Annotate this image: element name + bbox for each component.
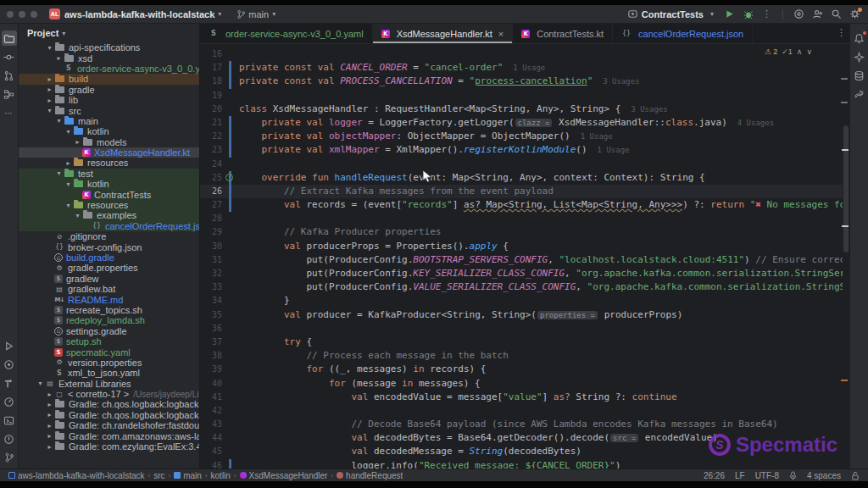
tree-item-main[interactable]: ▾main: [19, 116, 199, 126]
tab-cancelorderrequest-json[interactable]: {}cancelOrderRequest.json: [613, 24, 753, 43]
tree-item-settings-gradle[interactable]: Gsettings.gradle: [19, 326, 199, 336]
code-line-41[interactable]: 41val encodedValue = message["value"] as…: [200, 391, 843, 404]
tree-item-broker-config-json[interactable]: {}broker-config.json: [19, 241, 199, 252]
run-button[interactable]: [723, 8, 736, 20]
project-panel-header[interactable]: Project▾: [19, 24, 199, 42]
tree-item-build-gradle[interactable]: Gbuild.gradle: [19, 252, 199, 263]
tree-item-xsdmessagehandler-kt[interactable]: KXsdMessageHandler.kt: [19, 147, 199, 158]
chevron-right-icon[interactable]: ▸: [45, 422, 54, 430]
line-number[interactable]: 17: [200, 61, 222, 75]
tree-item-models[interactable]: ▸models: [19, 137, 199, 147]
line-number[interactable]: 31: [200, 253, 222, 267]
code-line-36[interactable]: 36: [200, 322, 843, 336]
tree-item-gitignore[interactable]: ⊘.gitignore: [19, 231, 199, 241]
tree-item-build[interactable]: ▸build: [19, 74, 199, 84]
usages-hint[interactable]: 1 Usage: [513, 64, 545, 72]
code-line-28[interactable]: 28: [200, 212, 843, 225]
code-line-34[interactable]: 34}: [200, 294, 843, 308]
services-tool-icon[interactable]: [2, 357, 17, 372]
chevron-down-icon[interactable]: ▾: [45, 44, 54, 52]
unlock-icon[interactable]: [851, 471, 860, 480]
code-line-31[interactable]: 31put(ProducerConfig.BOOTSTRAP_SERVERS_C…: [200, 253, 843, 267]
chevron-right-icon[interactable]: ▸: [73, 138, 82, 146]
chevron-right-icon[interactable]: ▸: [45, 75, 54, 83]
code-line-38[interactable]: 38// Process each message in the batch: [200, 349, 843, 363]
breadcrumb-xsdmessagehandler[interactable]: XsdMessageHandler: [240, 471, 328, 480]
line-number[interactable]: 23: [200, 143, 222, 157]
vcs-tool-icon[interactable]: [2, 450, 17, 465]
tree-item-kotlin[interactable]: ▾kotlin: [19, 126, 199, 136]
tab-order-service-async-v3-0-0-yaml[interactable]: Sorder-service-async-v3_0_0.yaml: [200, 24, 373, 43]
tree-item-recreate-topics-sh[interactable]: $recreate_topics.sh: [19, 305, 199, 315]
more-run-options-icon[interactable]: ⋮: [760, 8, 773, 20]
notifications-bell-icon[interactable]: [852, 30, 867, 46]
branch-widget[interactable]: main ▾: [236, 9, 279, 19]
indent-setting[interactable]: 4 spaces: [807, 471, 841, 480]
code-line-23[interactable]: 23private val xmlMapper = XmlMapper().re…: [200, 143, 843, 157]
line-number[interactable]: 18: [200, 75, 222, 88]
code-line-26[interactable]: 26// Extract Kafka messages from the eve…: [200, 185, 843, 198]
run-tool-icon[interactable]: [2, 338, 17, 353]
add-user-icon[interactable]: [811, 8, 824, 20]
code-line-45[interactable]: 45val decodedMessage = String(decodedByt…: [200, 445, 843, 458]
chevron-right-icon[interactable]: ▸: [45, 97, 54, 104]
code-line-39[interactable]: 39for ((_, messages) in records) {: [200, 363, 843, 376]
line-number[interactable]: 44: [200, 431, 222, 445]
chevron-down-icon[interactable]: ▾: [64, 180, 73, 188]
profiler-tool-icon[interactable]: [2, 394, 17, 409]
line-number[interactable]: 24: [200, 158, 222, 171]
line-separator[interactable]: LF: [735, 471, 745, 480]
database-tool-icon[interactable]: [852, 68, 867, 83]
breadcrumb-aws-lambda-kafka-with-localstack[interactable]: aws-lambda-kafka-with-localstack: [8, 471, 145, 480]
commit-tool-icon[interactable]: [2, 49, 17, 64]
code-line-24[interactable]: 24: [200, 158, 843, 171]
chevron-right-icon[interactable]: ▸: [64, 159, 73, 167]
line-number[interactable]: 26: [200, 185, 222, 198]
tree-item-xml-to-json-yaml[interactable]: Sxml_to_json.yaml: [19, 368, 199, 378]
run-configuration-select[interactable]: ContractTests ▾: [627, 8, 717, 19]
breadcrumb-kotlin[interactable]: kotlin: [211, 471, 231, 480]
search-icon[interactable]: [830, 8, 843, 20]
tree-item-kotlin[interactable]: ▾kotlin: [19, 179, 199, 189]
code-line-43[interactable]: 43// Decode Base64 payload (since AWS La…: [200, 418, 843, 431]
tree-item-gradle-com-ezylang-evalex-3-4-0[interactable]: ▸Gradle: com.ezylang:EvalEx:3.4.0: [19, 441, 199, 452]
close-tab-icon[interactable]: ×: [498, 29, 504, 39]
problems-tool-icon[interactable]: [2, 431, 17, 446]
usages-hint[interactable]: 3 Usages: [631, 105, 667, 114]
line-number[interactable]: 29: [200, 225, 222, 239]
chevron-down-icon[interactable]: ▾: [36, 380, 45, 387]
project-name-menu[interactable]: aws-lambda-kafka-with-localstack: [64, 9, 214, 19]
tree-item-api-specifications[interactable]: ▾api-specifications: [19, 42, 199, 53]
line-number[interactable]: 16: [200, 47, 222, 61]
tree-item-cancelorderrequest-json[interactable]: {}cancelOrderRequest.json: [19, 221, 199, 231]
code-line-30[interactable]: 30val producerProps = Properties().apply…: [200, 240, 843, 253]
code-line-29[interactable]: 29// Kafka Producer properties: [200, 225, 843, 239]
usages-hint[interactable]: 1 Usage: [598, 146, 630, 154]
code-line-21[interactable]: 21private val logger = LoggerFactory.get…: [200, 116, 843, 130]
gradle-tool-icon[interactable]: [852, 86, 867, 102]
line-number[interactable]: 42: [200, 404, 222, 418]
code-line-44[interactable]: 44val decodedBytes = Base64.getDecoder()…: [200, 431, 843, 445]
chevron-down-icon[interactable]: ▾: [73, 212, 82, 219]
line-number[interactable]: 19: [200, 89, 222, 103]
code-line-22[interactable]: 22private val objectMapper: ObjectMapper…: [200, 130, 843, 143]
line-number[interactable]: 43: [200, 418, 222, 431]
tree-item-specmatic-yaml[interactable]: Sspecmatic.yaml: [19, 347, 199, 357]
line-number[interactable]: 45: [200, 445, 222, 458]
chevron-down-icon[interactable]: ▾: [64, 128, 73, 136]
line-number[interactable]: 39: [200, 363, 222, 376]
line-number[interactable]: 35: [200, 308, 222, 322]
tree-item-gradle-properties[interactable]: ⚙gradle.properties: [19, 263, 199, 273]
chevron-right-icon[interactable]: ▸: [45, 391, 54, 398]
more-tools-icon[interactable]: ⋯: [2, 105, 17, 120]
tree-item-readme-md[interactable]: M↓README.md: [19, 294, 199, 304]
file-encoding[interactable]: UTF-8: [755, 471, 779, 480]
line-number[interactable]: 37: [200, 336, 222, 349]
chevron-right-icon[interactable]: ▸: [45, 86, 54, 93]
chevron-right-icon[interactable]: ▸: [45, 443, 54, 451]
breadcrumb-handlerequest[interactable]: handleRequest: [337, 471, 403, 480]
code-line-37[interactable]: 37try {: [200, 336, 843, 349]
tree-item-gradle-ch-qos-logback-logback-core-1-5-8[interactable]: ▸Gradle: ch.qos.logback:logback-core:1.5…: [19, 410, 199, 420]
code-with-me-icon[interactable]: [793, 8, 805, 20]
ai-assistant-icon[interactable]: [852, 49, 867, 64]
